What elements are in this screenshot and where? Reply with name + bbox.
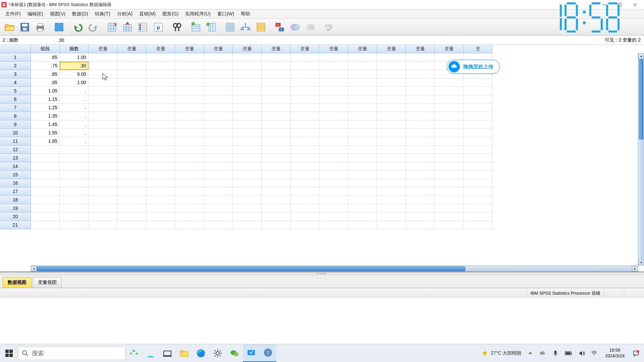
data-cell[interactable] [262, 70, 290, 78]
data-cell[interactable] [89, 213, 117, 221]
row-header[interactable]: 8 [0, 112, 31, 120]
data-cell[interactable] [233, 221, 262, 229]
data-cell[interactable] [204, 112, 233, 120]
taskbar-edge-icon[interactable] [193, 344, 209, 362]
taskbar-edge-partial-icon[interactable] [142, 344, 159, 362]
data-cell[interactable] [377, 187, 406, 196]
data-cell[interactable] [233, 78, 262, 87]
data-cell[interactable] [319, 70, 348, 78]
column-header[interactable]: 变量 [290, 45, 319, 53]
data-cell[interactable] [348, 154, 377, 162]
data-cell[interactable] [89, 196, 117, 204]
data-cell[interactable] [175, 78, 204, 87]
data-cell[interactable] [146, 179, 175, 187]
data-cell[interactable] [233, 171, 262, 179]
row-header[interactable]: 3 [0, 70, 31, 78]
column-header[interactable]: 变量 [89, 45, 117, 53]
data-cell[interactable] [204, 154, 233, 162]
data-cell[interactable] [435, 204, 464, 213]
row-header[interactable]: 9 [0, 120, 31, 129]
column-header[interactable]: 变量 [377, 45, 406, 53]
data-cell[interactable] [262, 120, 290, 129]
data-cell[interactable] [146, 221, 175, 229]
data-cell[interactable] [435, 104, 464, 112]
data-cell[interactable] [146, 62, 175, 70]
row-header[interactable]: 14 [0, 162, 31, 171]
data-cell[interactable] [146, 137, 175, 145]
menu-graphs[interactable]: 图形(G) [159, 10, 182, 18]
data-cell[interactable] [262, 112, 290, 120]
data-cell[interactable] [117, 70, 146, 78]
data-cell[interactable] [175, 171, 204, 179]
data-cell[interactable]: .85 [31, 70, 60, 78]
data-cell[interactable] [435, 129, 464, 137]
column-header[interactable]: 变量 [204, 45, 233, 53]
data-cell[interactable]: 1.35 [31, 112, 60, 120]
data-cell[interactable] [175, 221, 204, 229]
data-cell[interactable] [233, 120, 262, 129]
column-header[interactable]: 变量 [117, 45, 146, 53]
data-cell[interactable] [348, 196, 377, 204]
data-cell[interactable] [31, 221, 60, 229]
data-cell[interactable] [377, 87, 406, 95]
row-header[interactable]: 19 [0, 204, 31, 213]
data-cell[interactable] [262, 154, 290, 162]
data-cell[interactable] [204, 162, 233, 171]
data-cell[interactable]: 1.00 [60, 53, 89, 62]
data-cell[interactable] [175, 112, 204, 120]
data-cell[interactable] [146, 145, 175, 154]
taskbar-explorer-icon[interactable] [176, 344, 193, 362]
column-header[interactable]: 频数 [60, 45, 89, 53]
data-cell[interactable] [233, 213, 262, 221]
data-cell[interactable] [89, 137, 117, 145]
data-cell[interactable] [377, 53, 406, 62]
data-cell[interactable] [377, 179, 406, 187]
insert-variable-button[interactable] [204, 20, 219, 34]
data-cell[interactable] [31, 179, 60, 187]
data-cell[interactable] [31, 162, 60, 171]
row-header[interactable]: 6 [0, 95, 31, 104]
data-cell[interactable] [117, 120, 146, 129]
data-cell[interactable]: . [60, 120, 89, 129]
data-cell[interactable] [290, 120, 319, 129]
data-cell[interactable] [290, 162, 319, 171]
data-cell[interactable] [89, 112, 117, 120]
insert-case-button[interactable] [189, 20, 203, 34]
data-cell[interactable] [262, 62, 290, 70]
data-cell[interactable] [348, 53, 377, 62]
tray-ime[interactable]: 中 [590, 350, 599, 357]
taskbar-meeting-icon[interactable] [243, 344, 260, 362]
data-cell[interactable] [319, 179, 348, 187]
data-cell[interactable] [377, 62, 406, 70]
data-cell[interactable] [60, 162, 89, 171]
data-cell[interactable] [175, 213, 204, 221]
data-cell[interactable] [377, 104, 406, 112]
data-cell[interactable] [464, 87, 492, 95]
data-cell[interactable] [435, 78, 464, 87]
data-cell[interactable] [464, 162, 492, 171]
data-cell[interactable] [175, 187, 204, 196]
data-cell[interactable] [262, 171, 290, 179]
data-cell[interactable] [117, 104, 146, 112]
taskbar-settings-icon[interactable] [209, 344, 226, 362]
data-cell[interactable] [204, 137, 233, 145]
data-cell[interactable] [233, 154, 262, 162]
data-cell[interactable] [377, 196, 406, 204]
data-cell[interactable] [464, 137, 492, 145]
data-cell[interactable] [319, 104, 348, 112]
data-cell[interactable] [146, 112, 175, 120]
row-header[interactable]: 18 [0, 196, 31, 204]
data-cell[interactable] [262, 95, 290, 104]
data-cell[interactable]: 1.00 [60, 78, 89, 87]
row-header[interactable]: 21 [0, 221, 31, 229]
taskbar-wechat-icon[interactable] [226, 344, 243, 362]
data-cell[interactable] [319, 129, 348, 137]
data-cell[interactable] [464, 145, 492, 154]
data-cell[interactable] [117, 221, 146, 229]
data-cell[interactable] [262, 162, 290, 171]
data-cell[interactable] [31, 196, 60, 204]
data-cell[interactable] [319, 120, 348, 129]
column-header[interactable]: 变量 [262, 45, 290, 53]
data-cell[interactable] [233, 162, 262, 171]
data-cell[interactable]: .75 [31, 62, 60, 70]
